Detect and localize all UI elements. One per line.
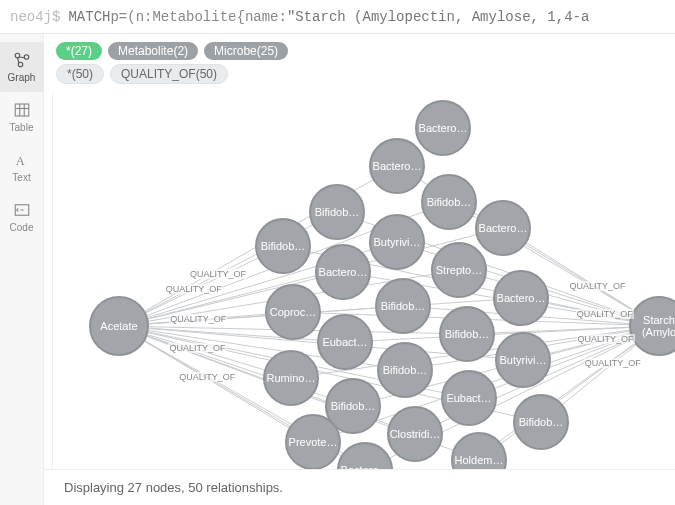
svg-point-1 <box>24 55 29 60</box>
svg-rect-5 <box>15 104 29 116</box>
node-mid-18[interactable]: Bifidob… <box>513 394 569 450</box>
view-text-label: Text <box>12 172 30 183</box>
view-table-label: Table <box>10 122 34 133</box>
graph-canvas[interactable]: AcetateStarch (AmyloBactero…Bactero…Bifi… <box>52 92 675 469</box>
chip-star-nodes[interactable]: *(27) <box>56 42 102 60</box>
view-graph-label: Graph <box>8 72 36 83</box>
node-mid-5[interactable]: Bifidob… <box>255 218 311 274</box>
node-mid-13[interactable]: Butyrivi… <box>495 332 551 388</box>
node-mid-9[interactable]: Bifidob… <box>375 278 431 334</box>
view-code-label: Code <box>10 222 34 233</box>
chip-star-rels[interactable]: *(50) <box>56 64 104 84</box>
view-table[interactable]: Table <box>0 92 44 142</box>
node-mid-14[interactable]: Bifidob… <box>377 342 433 398</box>
legend-chips: *(27) Metabolite(2) Microbe(25) <box>44 34 675 64</box>
text-icon: A <box>13 151 31 169</box>
legend-chips-rels: *(50) QUALITY_OF(50) <box>44 64 675 88</box>
node-mid-20[interactable]: Prevote… <box>285 414 341 469</box>
view-sidebar: Graph Table A Text Code <box>0 34 44 505</box>
query-bar[interactable]: neo4j$ MATCH p=(n: Metabolite { name : "… <box>0 0 675 34</box>
node-acetate[interactable]: Acetate <box>89 296 149 356</box>
node-mid-16[interactable]: Eubact… <box>441 370 497 426</box>
node-mid-11[interactable]: Bifidob… <box>439 306 495 362</box>
view-text[interactable]: A Text <box>0 142 44 192</box>
chip-metabolite[interactable]: Metabolite(2) <box>108 42 198 60</box>
status-bar: Displaying 27 nodes, 50 relationships. <box>44 469 675 505</box>
node-mid-1[interactable]: Bifidob… <box>421 174 477 230</box>
node-mid-3[interactable]: Bactero… <box>475 200 531 256</box>
node-mid-12[interactable]: Eubact… <box>317 314 373 370</box>
node-mid-7[interactable]: Bactero… <box>315 244 371 300</box>
table-icon <box>13 101 31 119</box>
view-code[interactable]: Code <box>0 192 44 242</box>
query-keyword: MATCH <box>68 9 110 25</box>
node-mid-0[interactable]: Bactero… <box>369 138 425 194</box>
graph-icon <box>13 51 31 69</box>
node-mid-4[interactable]: Butyrivi… <box>369 214 425 270</box>
node-mid-8[interactable]: Bactero… <box>493 270 549 326</box>
node-mid-2[interactable]: Bifidob… <box>309 184 365 240</box>
svg-line-3 <box>19 57 24 58</box>
node-mid-top[interactable]: Bactero… <box>415 100 471 156</box>
node-mid-10[interactable]: Coproc… <box>265 284 321 340</box>
view-graph[interactable]: Graph <box>0 42 44 92</box>
query-prompt: neo4j$ <box>10 9 60 25</box>
node-mid-6[interactable]: Strepto… <box>431 242 487 298</box>
node-mid-19[interactable]: Clostridi… <box>387 406 443 462</box>
chip-quality-of[interactable]: QUALITY_OF(50) <box>110 64 228 84</box>
node-mid-15[interactable]: Rumino… <box>263 350 319 406</box>
svg-text:A: A <box>16 154 25 168</box>
chip-microbe[interactable]: Microbe(25) <box>204 42 288 60</box>
code-icon <box>13 201 31 219</box>
svg-line-4 <box>17 58 19 63</box>
